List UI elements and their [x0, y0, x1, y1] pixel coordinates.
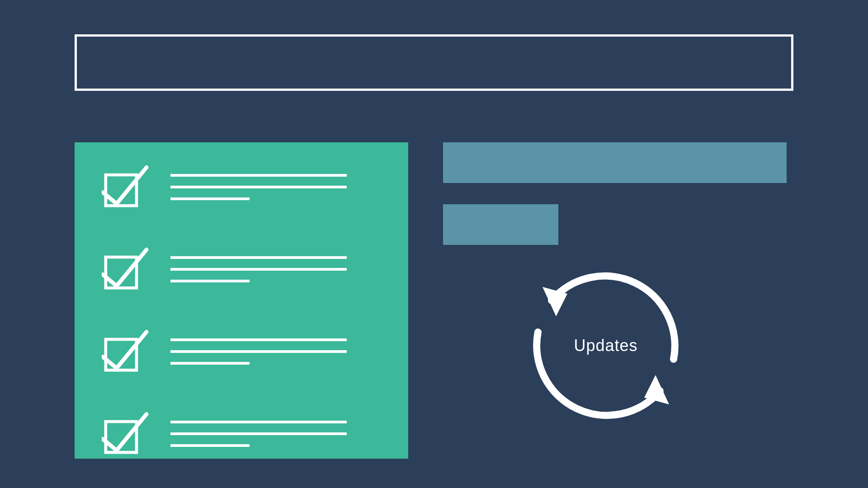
text-line	[170, 444, 250, 447]
checkbox-checked-icon	[102, 247, 151, 297]
text-line	[170, 338, 347, 341]
text-line	[170, 280, 250, 282]
update-cycle: Updates	[518, 258, 694, 434]
text-line	[170, 421, 347, 423]
checklist-item-text	[170, 338, 381, 374]
checklist-item-text	[170, 174, 381, 209]
text-line	[170, 350, 347, 353]
text-line	[170, 174, 347, 177]
progress-bar-1	[443, 142, 787, 183]
checklist-item	[102, 247, 381, 297]
text-line	[170, 197, 250, 200]
header-title-box	[75, 34, 793, 91]
text-line	[170, 268, 347, 271]
checkbox-checked-icon	[102, 412, 151, 461]
text-line	[170, 362, 250, 365]
checklist-panel	[75, 142, 408, 459]
progress-bar-2	[443, 204, 558, 245]
text-line	[170, 256, 347, 259]
cycle-label: Updates	[574, 336, 637, 355]
checkbox-checked-icon	[102, 165, 151, 215]
checklist-item	[102, 165, 381, 215]
checklist-item	[102, 329, 381, 379]
checklist-item	[102, 412, 381, 461]
checkbox-checked-icon	[102, 329, 151, 379]
text-line	[170, 186, 347, 188]
checklist-item-text	[170, 421, 381, 456]
text-line	[170, 432, 347, 435]
checklist-item-text	[170, 256, 381, 291]
